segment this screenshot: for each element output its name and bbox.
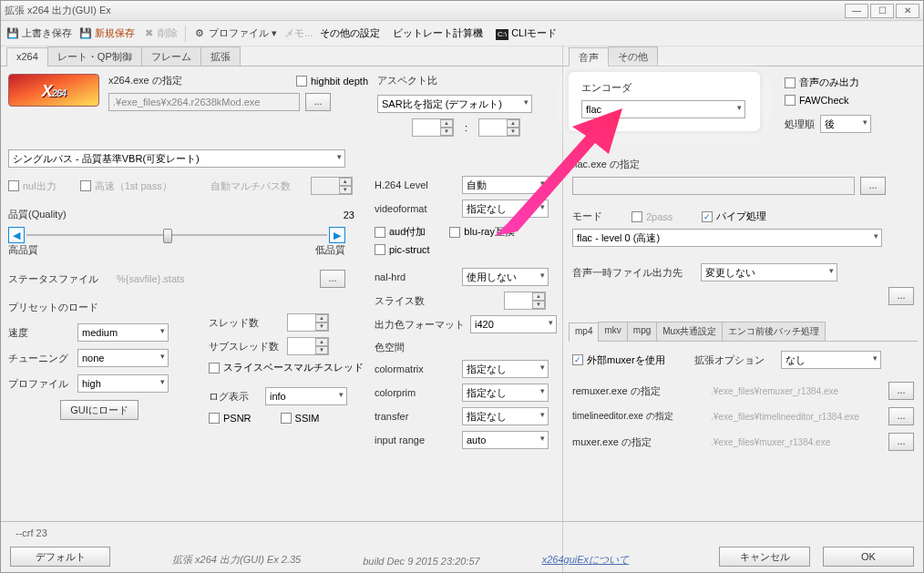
fawcheck-checkbox[interactable]: FAWCheck bbox=[785, 95, 849, 106]
slider-left-arrow[interactable]: ◀ bbox=[8, 227, 25, 243]
tab-other[interactable]: その他 bbox=[608, 46, 658, 66]
x264-logo: X264 bbox=[8, 74, 99, 107]
tleditor-path: .¥exe_files¥timelineeditor_r1384.exe bbox=[711, 412, 883, 422]
slicenum-label: スライス数 bbox=[375, 294, 457, 308]
cli-mode-link[interactable]: C:\CLIモード bbox=[496, 26, 557, 40]
tab-frame[interactable]: フレーム bbox=[141, 46, 201, 66]
aud-checkbox[interactable]: aud付加 bbox=[375, 225, 426, 239]
tab-mkv[interactable]: mkv bbox=[598, 322, 627, 341]
outcolor-label: 出力色フォーマット bbox=[375, 318, 465, 332]
speed-select[interactable]: medium bbox=[77, 323, 169, 342]
other-settings-link[interactable]: その他の設定 bbox=[320, 26, 380, 40]
stats-browse[interactable]: ... bbox=[320, 270, 345, 288]
memo-button[interactable]: メモ... bbox=[284, 26, 313, 40]
quality-label: 品質(Quality) bbox=[8, 208, 67, 221]
threads-label: スレッド数 bbox=[209, 316, 282, 330]
disk-icon: 💾 bbox=[6, 27, 19, 40]
bluray-checkbox[interactable]: blu-ray互換 bbox=[449, 225, 515, 239]
aspect-mode-select[interactable]: SAR比を指定 (デフォルト) bbox=[377, 95, 532, 113]
encoder-select[interactable]: flac bbox=[581, 100, 745, 118]
inputrange-label: input range bbox=[375, 435, 457, 445]
audio-temp-browse[interactable]: ... bbox=[888, 287, 914, 305]
colormatrix-select[interactable]: 指定なし bbox=[462, 360, 549, 378]
pass-mode-select[interactable]: シングルパス - 品質基準VBR(可変レート) bbox=[8, 149, 345, 168]
new-save-button[interactable]: 💾新規保存 bbox=[79, 26, 135, 40]
twopass-checkbox[interactable]: 2pass bbox=[631, 211, 672, 222]
minimize-button[interactable]: — bbox=[845, 4, 868, 18]
overwrite-save-button[interactable]: 💾上書き保存 bbox=[6, 26, 72, 40]
order-label: 処理順 bbox=[785, 118, 815, 131]
cancel-button[interactable]: キャンセル bbox=[719, 547, 810, 567]
profile-select[interactable]: high bbox=[77, 374, 169, 393]
encoder-highlight: エンコーダ flac bbox=[569, 72, 760, 131]
tab-audio[interactable]: 音声 bbox=[569, 47, 609, 67]
close-button[interactable]: ✕ bbox=[896, 4, 919, 18]
outcolor-select[interactable]: i420 bbox=[470, 315, 557, 333]
audio-mode-select[interactable]: flac - level 0 (高速) bbox=[572, 229, 882, 247]
tab-mpg[interactable]: mpg bbox=[627, 322, 657, 341]
tab-mp4[interactable]: mp4 bbox=[569, 322, 599, 342]
delete-button[interactable]: ✖削除 bbox=[142, 26, 178, 40]
ok-button[interactable]: OK bbox=[823, 547, 914, 567]
muxer-browse[interactable]: ... bbox=[888, 433, 914, 451]
nalhrd-select[interactable]: 使用しない bbox=[462, 268, 549, 286]
videoformat-select[interactable]: 指定なし bbox=[462, 200, 549, 218]
speed-label: 速度 bbox=[8, 326, 72, 340]
tab-enco-batch[interactable]: エンコ前後バッチ処理 bbox=[722, 322, 826, 341]
ext-opt-label: 拡張オプション bbox=[694, 353, 765, 367]
slider-right-arrow[interactable]: ▶ bbox=[329, 227, 345, 243]
x264-exe-browse[interactable]: ... bbox=[305, 93, 331, 111]
audio-only-checkbox[interactable]: 音声のみ出力 bbox=[785, 76, 859, 89]
ext-muxer-checkbox[interactable]: ✓外部muxerを使用 bbox=[572, 353, 665, 367]
version-text: 拡張 x264 出力(GUI) Ex 2.35 bbox=[172, 553, 301, 567]
videoformat-label: videoformat bbox=[375, 203, 457, 214]
log-label: ログ表示 bbox=[209, 390, 260, 404]
audio-temp-label: 音声一時ファイル出力先 bbox=[572, 266, 683, 280]
nalhrd-label: nal-hrd bbox=[375, 271, 457, 282]
automulti-label: 自動マルチパス数 bbox=[210, 179, 291, 193]
tuning-select[interactable]: none bbox=[77, 349, 169, 367]
profile-menu[interactable]: ⚙プロファイル ▾ bbox=[193, 26, 277, 40]
flac-exe-browse[interactable]: ... bbox=[860, 177, 886, 195]
fast-1stpass-checkbox[interactable]: 高速（1st pass） bbox=[80, 179, 172, 193]
transfer-label: transfer bbox=[375, 411, 457, 422]
subthreads-label: サブスレッド数 bbox=[209, 340, 282, 353]
gui-load-button[interactable]: GUIにロード bbox=[60, 400, 139, 420]
h264-level-select[interactable]: 自動 bbox=[462, 176, 549, 194]
quality-slider[interactable]: ◀ ▶ bbox=[8, 227, 345, 243]
x-icon: ✖ bbox=[142, 27, 155, 40]
tab-mux-common[interactable]: Mux共通設定 bbox=[656, 322, 723, 341]
maximize-button[interactable]: ☐ bbox=[870, 4, 894, 18]
flac-exe-path[interactable] bbox=[572, 177, 855, 195]
highbit-checkbox[interactable]: highbit depth bbox=[296, 76, 368, 87]
nul-output-checkbox[interactable]: nul出力 bbox=[8, 179, 56, 193]
slice-mt-checkbox[interactable]: スライスベースマルチスレッド bbox=[209, 361, 364, 374]
stats-value: %{savfile}.stats bbox=[117, 273, 185, 284]
ext-opt-select[interactable]: なし bbox=[781, 351, 881, 369]
colorprim-select[interactable]: 指定なし bbox=[462, 384, 549, 402]
inputrange-select[interactable]: auto bbox=[462, 431, 549, 449]
about-link[interactable]: x264guiExについて bbox=[542, 553, 629, 567]
tab-rate-qp[interactable]: レート・QP制御 bbox=[47, 46, 142, 66]
tab-ext[interactable]: 拡張 bbox=[200, 46, 241, 66]
audio-temp-select[interactable]: 変更しない bbox=[701, 263, 837, 281]
remuxer-browse[interactable]: ... bbox=[888, 382, 914, 400]
ssim-checkbox[interactable]: SSIM bbox=[281, 413, 320, 424]
pipe-checkbox[interactable]: ✓パイプ処理 bbox=[702, 210, 766, 223]
default-button[interactable]: デフォルト bbox=[10, 547, 110, 567]
tleditor-browse[interactable]: ... bbox=[888, 407, 914, 425]
psnr-checkbox[interactable]: PSNR bbox=[209, 413, 252, 424]
flac-exe-label: flac.exe の指定 bbox=[572, 158, 640, 171]
remuxer-path: .¥exe_files¥remuxer_r1384.exe bbox=[711, 386, 883, 396]
x264-exe-path[interactable] bbox=[108, 93, 300, 111]
tab-x264[interactable]: x264 bbox=[6, 47, 48, 67]
disk-new-icon: 💾 bbox=[79, 27, 92, 40]
bitrate-calc-link[interactable]: ビットレート計算機 bbox=[393, 26, 483, 40]
log-select[interactable]: info bbox=[265, 387, 347, 405]
colorspace-label: 色空間 bbox=[375, 341, 557, 354]
picstruct-checkbox[interactable]: pic-struct bbox=[375, 244, 430, 255]
transfer-select[interactable]: 指定なし bbox=[462, 407, 549, 425]
tuning-label: チューニング bbox=[8, 352, 72, 365]
x264-exe-label: x264.exe の指定 bbox=[108, 74, 182, 87]
order-select[interactable]: 後 bbox=[820, 115, 871, 133]
